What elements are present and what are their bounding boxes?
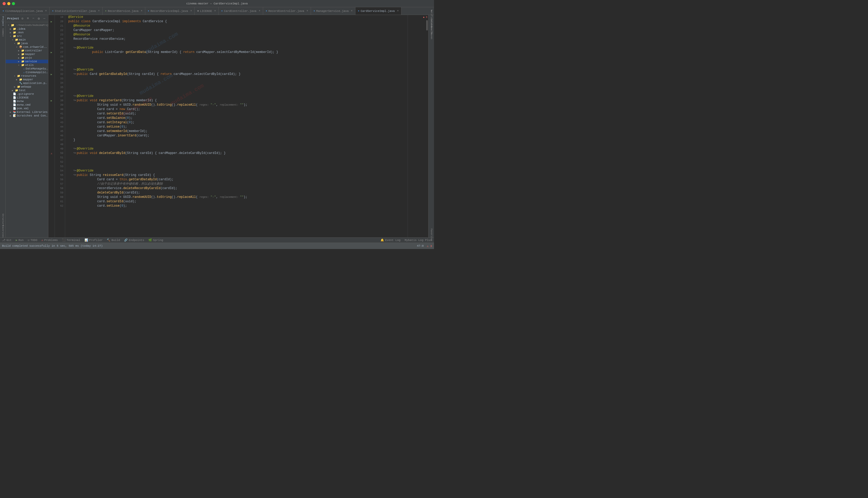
line-numbers: 19 20 21 22 23 24 25 26 27 28 29 30 31 3…	[55, 15, 65, 237]
idea-folder-icon: 📁	[13, 27, 16, 30]
git-button[interactable]: ⎇ Git	[2, 238, 12, 242]
tab-statistic-controller[interactable]: ● StatisticController.java ×	[50, 7, 103, 15]
profiler-label: Profiler	[89, 239, 103, 242]
tree-item-utils[interactable]: ▾ 📁 utils	[6, 63, 48, 67]
build-button[interactable]: 🔨 Build	[107, 238, 120, 242]
gutter-fold-49	[48, 147, 54, 151]
tree-item-date-manage[interactable]: ☕ DateManageSystem	[6, 67, 48, 70]
code-editor[interactable]: mudaima.com mudaima.com mudaima.com muda…	[65, 15, 408, 237]
code-line-62: card.setLose(0);	[68, 204, 405, 208]
expand-arrow: ▾	[8, 24, 11, 27]
tree-item-idea[interactable]: ▶ 📁 .idea	[6, 27, 48, 31]
gutter-run-27[interactable]: ▶	[48, 50, 54, 54]
tree-item-mvnw-cmd[interactable]: 📄 mvnw.cmd	[6, 103, 48, 107]
tree-item-scratches[interactable]: ▶ 📝 Scratches and Consoles	[6, 114, 48, 118]
gutter-warn-50[interactable]: ⚠	[48, 151, 54, 156]
maven-panel-button[interactable]: Maven	[429, 33, 434, 38]
code-line-19: @Service	[68, 15, 405, 19]
minimize-sidebar-button[interactable]: —	[42, 16, 47, 22]
gutter-fold-44	[48, 125, 54, 129]
service-folder-icon: 📁	[21, 60, 24, 63]
tree-item-gitignore[interactable]: 📄 .gitignore	[6, 92, 48, 96]
code-line-25	[68, 41, 405, 46]
tree-item-license[interactable]: 📄 LICENSE	[6, 96, 48, 100]
gutter-line-31	[48, 68, 54, 72]
endpoints-button[interactable]: 🔗 Endpoints	[124, 238, 144, 242]
gutter-line-26	[48, 46, 54, 50]
scrollbar-thumb[interactable]	[426, 20, 428, 30]
project-panel-button[interactable]: Project	[0, 16, 5, 26]
gutter-line	[48, 15, 54, 19]
code-line-29	[68, 59, 405, 63]
code-line-52	[68, 160, 405, 164]
minimap: ▲ 3	[408, 15, 428, 237]
spring-button[interactable]: 🌿 Spring	[148, 238, 163, 242]
tree-item-pojo[interactable]: ▶ 📁 pojo	[6, 56, 48, 60]
tree-item-src[interactable]: ▾ 📁 src	[6, 34, 48, 38]
gutter-run-32[interactable]: ▶	[48, 72, 54, 77]
main-area: Project Commit Structure Favorites Proje…	[0, 15, 434, 237]
tab-cinema-application[interactable]: ● CinemaApplication.java ×	[0, 7, 50, 15]
java-folder-icon: 📁	[17, 42, 20, 45]
tree-item-main[interactable]: ▾ 📁 main	[6, 38, 48, 42]
gutter-run-19[interactable]: ▶	[48, 19, 54, 24]
gutter-line-28	[48, 54, 54, 59]
tab-license[interactable]: ■ LICENSE ×	[195, 7, 219, 15]
tree-item-package[interactable]: ▾ 📦 com.zrkworld.cinema	[6, 45, 48, 49]
gutter-fold-46	[48, 133, 54, 138]
problems-button[interactable]: ⚠ Problems	[41, 238, 58, 242]
spring-icon: 🌿	[148, 238, 152, 242]
bottom-right-items: 🔔 Event Log Mybatis Log Plus	[381, 238, 432, 242]
gutter-run-38[interactable]: ▶	[48, 99, 54, 103]
tree-item-app-props[interactable]: 🔧 application.properties	[6, 81, 48, 85]
sort-button[interactable]: ≡	[26, 16, 30, 22]
tab-card-service-impl[interactable]: ● CardServiceImpl.java ×	[355, 7, 401, 15]
tab-record-controller[interactable]: ● RecordController.java ×	[263, 7, 311, 15]
tab-record-service-impl[interactable]: ● RecordServiceImpl.java ×	[145, 7, 195, 15]
gradle-panel-button[interactable]: Gradle	[429, 27, 434, 32]
commit-panel-button[interactable]: Commit	[0, 27, 5, 38]
gutter-fold-43	[48, 120, 54, 125]
favorites-right-panel-button[interactable]: Favorites	[429, 232, 434, 237]
tree-item-java[interactable]: ▾ 📁 java	[6, 42, 48, 45]
tree-item-cinema-app[interactable]: ☕ CinemaApplication	[6, 70, 48, 74]
tree-item-cinema-master[interactable]: ▾ 📁 cinema-master ~/Downloads/mudaimaPro…	[6, 23, 48, 27]
collapse-button[interactable]: −	[31, 16, 36, 22]
structure-panel-button[interactable]: Structure	[0, 215, 5, 225]
webapp-folder-icon: 📁	[17, 85, 20, 88]
tree-item-test[interactable]: ▶ 📁 test	[6, 89, 48, 92]
tree-item-mapper[interactable]: ▶ 📁 mapper	[6, 52, 48, 56]
tree-item-mvnw[interactable]: 📄 mvnw	[6, 100, 48, 103]
code-line-54: ⌥▾ @Override	[68, 169, 405, 173]
todo-button[interactable]: ☑ TODO	[28, 238, 37, 242]
tree-item-webapp[interactable]: ▶ 📁 webapp	[6, 85, 48, 89]
profiler-button[interactable]: 📊 Profiler	[85, 238, 103, 242]
tree-item-res-mapper[interactable]: ▶ 📁 mapper	[6, 78, 48, 81]
terminal-button[interactable]: ⬛ Terminal	[62, 238, 80, 242]
tab-card-controller[interactable]: ● CardController.java ×	[219, 7, 263, 15]
tree-item-service[interactable]: ▶ 📁 service	[6, 60, 48, 63]
minimize-button[interactable]	[7, 2, 10, 5]
tree-item-mvn[interactable]: ▶ 📁 .mvn	[6, 31, 48, 34]
tree-item-external-libs[interactable]: ▶ 📚 External Libraries	[6, 110, 48, 114]
tab-manager-service[interactable]: ● ManagerService.java ×	[311, 7, 355, 15]
scope-button[interactable]: ⊙	[20, 16, 25, 22]
run-icon: ▶	[16, 238, 17, 242]
tree-item-resources[interactable]: ▾ 📁 resources	[6, 74, 48, 78]
tree-item-pom[interactable]: 📄 pom.xml	[6, 107, 48, 110]
tab-record-service[interactable]: ● RecordService.java ×	[103, 7, 145, 15]
mybatis-log-button[interactable]: Mybatis Log Plus	[405, 238, 432, 242]
maximize-button[interactable]	[12, 2, 15, 5]
settings-icon[interactable]: ⚙	[37, 16, 41, 22]
gutter-fold-40	[48, 107, 54, 112]
favorites-panel-button[interactable]: Favorites	[0, 226, 5, 236]
close-button[interactable]	[3, 2, 6, 5]
event-log-button[interactable]: 🔔 Event Log	[381, 238, 400, 242]
gutter-fold-41	[48, 112, 54, 116]
code-line-50: ⌥▾ public void deleteCardById(String car…	[68, 151, 405, 156]
gutter-fold-47	[48, 138, 54, 142]
tree-item-controller[interactable]: ▶ 📁 controller	[6, 49, 48, 52]
bottom-toolbar: ⎇ Git ▶ Run ☑ TODO ⚠ Problems ⬛ Terminal…	[0, 237, 434, 243]
run-button[interactable]: ▶ Run	[16, 238, 24, 242]
code-line-23: @Resource	[68, 32, 405, 37]
